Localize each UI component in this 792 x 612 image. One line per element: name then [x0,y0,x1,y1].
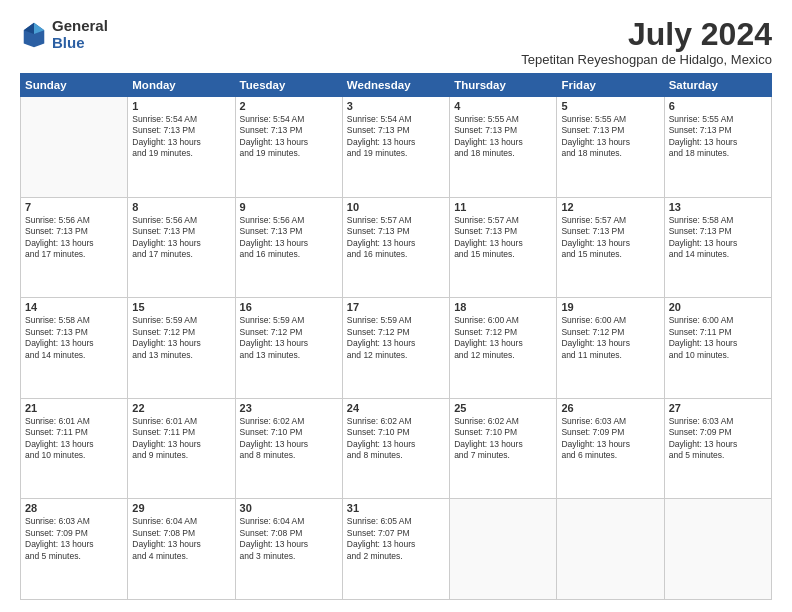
month-year-title: July 2024 [521,18,772,50]
calendar-cell-w1-d5: 4Sunrise: 5:55 AMSunset: 7:13 PMDaylight… [450,97,557,198]
day-info: Sunrise: 6:00 AMSunset: 7:12 PMDaylight:… [561,315,659,361]
day-number: 30 [240,502,338,514]
day-info: Sunrise: 5:56 AMSunset: 7:13 PMDaylight:… [240,215,338,261]
day-number: 13 [669,201,767,213]
day-info: Sunrise: 5:54 AMSunset: 7:13 PMDaylight:… [347,114,445,160]
day-info: Sunrise: 5:56 AMSunset: 7:13 PMDaylight:… [25,215,123,261]
day-info: Sunrise: 6:03 AMSunset: 7:09 PMDaylight:… [561,416,659,462]
calendar-cell-w1-d3: 2Sunrise: 5:54 AMSunset: 7:13 PMDaylight… [235,97,342,198]
day-number: 25 [454,402,552,414]
day-info: Sunrise: 6:00 AMSunset: 7:12 PMDaylight:… [454,315,552,361]
calendar-cell-w4-d2: 22Sunrise: 6:01 AMSunset: 7:11 PMDayligh… [128,398,235,499]
logo: General Blue [20,18,108,51]
day-number: 29 [132,502,230,514]
calendar-week-2: 7Sunrise: 5:56 AMSunset: 7:13 PMDaylight… [21,197,772,298]
calendar-week-3: 14Sunrise: 5:58 AMSunset: 7:13 PMDayligh… [21,298,772,399]
day-info: Sunrise: 6:02 AMSunset: 7:10 PMDaylight:… [347,416,445,462]
day-number: 23 [240,402,338,414]
day-info: Sunrise: 5:59 AMSunset: 7:12 PMDaylight:… [132,315,230,361]
day-info: Sunrise: 5:59 AMSunset: 7:12 PMDaylight:… [240,315,338,361]
calendar-table: Sunday Monday Tuesday Wednesday Thursday… [20,73,772,600]
day-number: 24 [347,402,445,414]
day-number: 26 [561,402,659,414]
day-number: 3 [347,100,445,112]
calendar-cell-w4-d4: 24Sunrise: 6:02 AMSunset: 7:10 PMDayligh… [342,398,449,499]
day-info: Sunrise: 6:02 AMSunset: 7:10 PMDaylight:… [240,416,338,462]
logo-text: General Blue [52,18,108,51]
calendar-cell-w3-d2: 15Sunrise: 5:59 AMSunset: 7:12 PMDayligh… [128,298,235,399]
header-wednesday: Wednesday [342,74,449,97]
calendar-cell-w3-d6: 19Sunrise: 6:00 AMSunset: 7:12 PMDayligh… [557,298,664,399]
calendar-week-5: 28Sunrise: 6:03 AMSunset: 7:09 PMDayligh… [21,499,772,600]
header-saturday: Saturday [664,74,771,97]
logo-general: General [52,18,108,35]
calendar-cell-w1-d6: 5Sunrise: 5:55 AMSunset: 7:13 PMDaylight… [557,97,664,198]
calendar-week-4: 21Sunrise: 6:01 AMSunset: 7:11 PMDayligh… [21,398,772,499]
day-number: 17 [347,301,445,313]
day-number: 9 [240,201,338,213]
calendar-cell-w3-d4: 17Sunrise: 5:59 AMSunset: 7:12 PMDayligh… [342,298,449,399]
day-number: 27 [669,402,767,414]
calendar-cell-w3-d5: 18Sunrise: 6:00 AMSunset: 7:12 PMDayligh… [450,298,557,399]
calendar-cell-w2-d6: 12Sunrise: 5:57 AMSunset: 7:13 PMDayligh… [557,197,664,298]
page-header: General Blue July 2024 Tepetitan Reyesho… [20,18,772,67]
calendar-cell-w5-d2: 29Sunrise: 6:04 AMSunset: 7:08 PMDayligh… [128,499,235,600]
day-info: Sunrise: 6:05 AMSunset: 7:07 PMDaylight:… [347,516,445,562]
day-info: Sunrise: 6:04 AMSunset: 7:08 PMDaylight:… [240,516,338,562]
calendar-cell-w5-d6 [557,499,664,600]
header-monday: Monday [128,74,235,97]
day-info: Sunrise: 5:55 AMSunset: 7:13 PMDaylight:… [561,114,659,160]
day-number: 15 [132,301,230,313]
day-info: Sunrise: 5:59 AMSunset: 7:12 PMDaylight:… [347,315,445,361]
day-number: 10 [347,201,445,213]
header-friday: Friday [557,74,664,97]
day-info: Sunrise: 5:54 AMSunset: 7:13 PMDaylight:… [240,114,338,160]
calendar-cell-w1-d4: 3Sunrise: 5:54 AMSunset: 7:13 PMDaylight… [342,97,449,198]
day-info: Sunrise: 5:57 AMSunset: 7:13 PMDaylight:… [347,215,445,261]
calendar-cell-w1-d1 [21,97,128,198]
calendar-cell-w5-d4: 31Sunrise: 6:05 AMSunset: 7:07 PMDayligh… [342,499,449,600]
calendar-cell-w2-d2: 8Sunrise: 5:56 AMSunset: 7:13 PMDaylight… [128,197,235,298]
day-number: 2 [240,100,338,112]
calendar-cell-w5-d7 [664,499,771,600]
day-number: 31 [347,502,445,514]
day-number: 7 [25,201,123,213]
day-number: 12 [561,201,659,213]
day-info: Sunrise: 6:03 AMSunset: 7:09 PMDaylight:… [25,516,123,562]
calendar-cell-w2-d1: 7Sunrise: 5:56 AMSunset: 7:13 PMDaylight… [21,197,128,298]
calendar-cell-w5-d3: 30Sunrise: 6:04 AMSunset: 7:08 PMDayligh… [235,499,342,600]
calendar-week-1: 1Sunrise: 5:54 AMSunset: 7:13 PMDaylight… [21,97,772,198]
day-number: 20 [669,301,767,313]
day-info: Sunrise: 5:57 AMSunset: 7:13 PMDaylight:… [561,215,659,261]
day-info: Sunrise: 6:03 AMSunset: 7:09 PMDaylight:… [669,416,767,462]
day-number: 28 [25,502,123,514]
day-number: 4 [454,100,552,112]
day-number: 22 [132,402,230,414]
day-number: 6 [669,100,767,112]
calendar-cell-w3-d7: 20Sunrise: 6:00 AMSunset: 7:11 PMDayligh… [664,298,771,399]
calendar-cell-w5-d5 [450,499,557,600]
day-number: 5 [561,100,659,112]
calendar-cell-w4-d6: 26Sunrise: 6:03 AMSunset: 7:09 PMDayligh… [557,398,664,499]
location-title: Tepetitan Reyeshogpan de Hidalgo, Mexico [521,52,772,67]
day-number: 19 [561,301,659,313]
calendar-header-row: Sunday Monday Tuesday Wednesday Thursday… [21,74,772,97]
logo-icon [20,21,48,49]
day-info: Sunrise: 6:00 AMSunset: 7:11 PMDaylight:… [669,315,767,361]
calendar-cell-w2-d5: 11Sunrise: 5:57 AMSunset: 7:13 PMDayligh… [450,197,557,298]
day-info: Sunrise: 6:02 AMSunset: 7:10 PMDaylight:… [454,416,552,462]
calendar-cell-w1-d2: 1Sunrise: 5:54 AMSunset: 7:13 PMDaylight… [128,97,235,198]
day-info: Sunrise: 5:58 AMSunset: 7:13 PMDaylight:… [25,315,123,361]
day-info: Sunrise: 6:04 AMSunset: 7:08 PMDaylight:… [132,516,230,562]
day-info: Sunrise: 6:01 AMSunset: 7:11 PMDaylight:… [132,416,230,462]
day-info: Sunrise: 5:58 AMSunset: 7:13 PMDaylight:… [669,215,767,261]
header-tuesday: Tuesday [235,74,342,97]
calendar-cell-w2-d4: 10Sunrise: 5:57 AMSunset: 7:13 PMDayligh… [342,197,449,298]
title-block: July 2024 Tepetitan Reyeshogpan de Hidal… [521,18,772,67]
calendar-cell-w4-d1: 21Sunrise: 6:01 AMSunset: 7:11 PMDayligh… [21,398,128,499]
day-number: 21 [25,402,123,414]
day-number: 18 [454,301,552,313]
calendar-cell-w3-d1: 14Sunrise: 5:58 AMSunset: 7:13 PMDayligh… [21,298,128,399]
calendar-cell-w5-d1: 28Sunrise: 6:03 AMSunset: 7:09 PMDayligh… [21,499,128,600]
calendar-cell-w2-d7: 13Sunrise: 5:58 AMSunset: 7:13 PMDayligh… [664,197,771,298]
